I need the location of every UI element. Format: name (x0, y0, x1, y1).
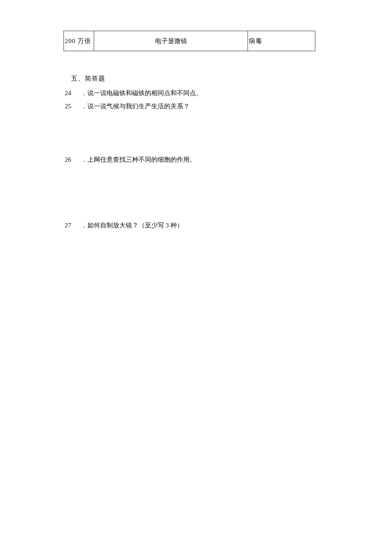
question-text: ．说一说气候与我们生产生活的关系？ (81, 103, 190, 110)
page-root: 200 万倍 电子显微镜 病毒 五、简答题 24．说一说电磁铁和磁铁的相同点和不… (0, 0, 392, 555)
table-row: 200 万倍 电子显微镜 病毒 (64, 31, 315, 51)
data-table: 200 万倍 电子显微镜 病毒 (63, 31, 315, 51)
question-text: ．如何自制放大镜？（至少写 3 种） (81, 222, 183, 229)
question-26: 26．上网任意查找三种不同的细胞的作用。 (65, 154, 196, 165)
section-title: 五、简答题 (71, 75, 105, 83)
question-24: 24．说一说电磁铁和磁铁的相同点和不同点。 (65, 88, 202, 98)
question-25: 25．说一说气候与我们生产生活的关系？ (65, 101, 190, 111)
question-number: 25 (65, 101, 81, 111)
question-27: 27．如何自制放大镜？（至少写 3 种） (65, 220, 183, 230)
cell-instrument: 电子显微镜 (94, 31, 248, 51)
cell-object: 病毒 (248, 31, 315, 51)
question-number: 26 (65, 154, 81, 165)
question-text: ．说一说电磁铁和磁铁的相同点和不同点。 (81, 90, 202, 96)
question-number: 24 (65, 88, 81, 98)
cell-magnification: 200 万倍 (64, 31, 94, 51)
question-text: ．上网任意查找三种不同的细胞的作用。 (81, 156, 196, 163)
question-number: 27 (65, 220, 81, 230)
